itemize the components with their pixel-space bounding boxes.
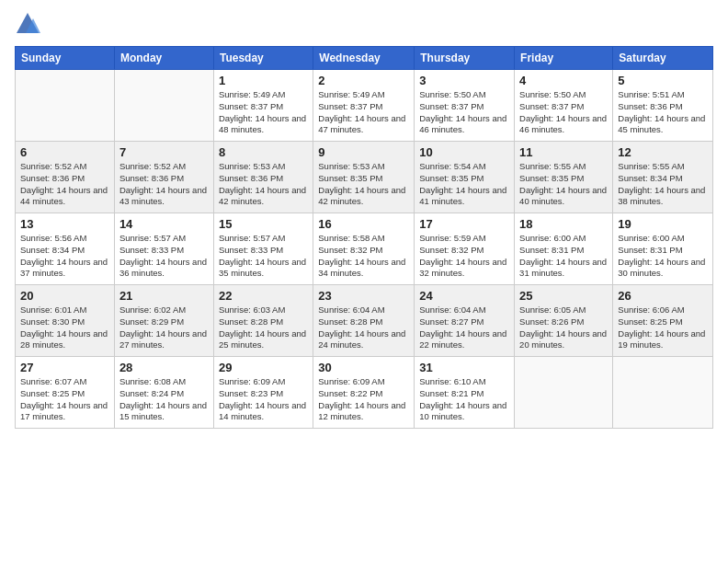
day-info: Sunrise: 5:49 AM Sunset: 8:37 PM Dayligh… — [318, 89, 409, 136]
day-number: 11 — [519, 145, 608, 159]
calendar-cell — [16, 70, 115, 142]
calendar-cell — [515, 357, 613, 429]
logo-icon — [15, 11, 40, 37]
day-info: Sunrise: 6:04 AM Sunset: 8:28 PM Dayligh… — [318, 304, 409, 351]
weekday-header-sunday: Sunday — [16, 47, 115, 70]
page-container: SundayMondayTuesdayWednesdayThursdayFrid… — [0, 0, 728, 436]
weekday-header-tuesday: Tuesday — [213, 47, 313, 70]
day-info: Sunrise: 6:01 AM Sunset: 8:30 PM Dayligh… — [20, 304, 109, 351]
day-info: Sunrise: 5:52 AM Sunset: 8:36 PM Dayligh… — [119, 161, 209, 208]
day-number: 19 — [618, 217, 708, 231]
calendar-week-3: 13Sunrise: 5:56 AM Sunset: 8:34 PM Dayli… — [16, 213, 713, 285]
calendar-week-5: 27Sunrise: 6:07 AM Sunset: 8:25 PM Dayli… — [16, 357, 713, 429]
day-number: 3 — [419, 74, 509, 87]
calendar-cell: 27Sunrise: 6:07 AM Sunset: 8:25 PM Dayli… — [16, 357, 115, 429]
calendar-cell: 7Sunrise: 5:52 AM Sunset: 8:36 PM Daylig… — [114, 142, 213, 213]
day-info: Sunrise: 6:08 AM Sunset: 8:24 PM Dayligh… — [119, 376, 209, 423]
calendar-cell: 6Sunrise: 5:52 AM Sunset: 8:36 PM Daylig… — [16, 142, 115, 213]
calendar-week-1: 1Sunrise: 5:49 AM Sunset: 8:37 PM Daylig… — [16, 70, 713, 142]
calendar-cell — [114, 70, 213, 142]
day-info: Sunrise: 6:06 AM Sunset: 8:25 PM Dayligh… — [618, 304, 708, 351]
logo — [15, 11, 44, 37]
day-number: 12 — [618, 145, 708, 159]
day-info: Sunrise: 6:05 AM Sunset: 8:26 PM Dayligh… — [519, 304, 608, 351]
weekday-header-wednesday: Wednesday — [313, 47, 415, 70]
calendar-cell: 21Sunrise: 6:02 AM Sunset: 8:29 PM Dayli… — [114, 285, 213, 357]
day-number: 18 — [519, 217, 608, 231]
calendar-table: SundayMondayTuesdayWednesdayThursdayFrid… — [15, 46, 713, 429]
day-number: 29 — [219, 361, 308, 374]
day-number: 15 — [219, 217, 308, 231]
calendar-week-2: 6Sunrise: 5:52 AM Sunset: 8:36 PM Daylig… — [16, 142, 713, 213]
calendar-cell: 2Sunrise: 5:49 AM Sunset: 8:37 PM Daylig… — [313, 70, 415, 142]
day-number: 30 — [318, 361, 409, 374]
day-info: Sunrise: 5:50 AM Sunset: 8:37 PM Dayligh… — [519, 89, 608, 136]
weekday-header-monday: Monday — [114, 47, 213, 70]
calendar-cell: 1Sunrise: 5:49 AM Sunset: 8:37 PM Daylig… — [213, 70, 313, 142]
day-info: Sunrise: 5:53 AM Sunset: 8:36 PM Dayligh… — [219, 161, 308, 208]
day-number: 28 — [119, 361, 209, 374]
calendar-cell: 23Sunrise: 6:04 AM Sunset: 8:28 PM Dayli… — [313, 285, 415, 357]
day-number: 17 — [419, 217, 509, 231]
calendar-cell: 28Sunrise: 6:08 AM Sunset: 8:24 PM Dayli… — [114, 357, 213, 429]
calendar-cell: 11Sunrise: 5:55 AM Sunset: 8:35 PM Dayli… — [515, 142, 613, 213]
day-info: Sunrise: 6:00 AM Sunset: 8:31 PM Dayligh… — [519, 233, 608, 280]
calendar-cell: 22Sunrise: 6:03 AM Sunset: 8:28 PM Dayli… — [213, 285, 313, 357]
day-number: 26 — [618, 289, 708, 303]
weekday-header-row: SundayMondayTuesdayWednesdayThursdayFrid… — [16, 47, 713, 70]
day-info: Sunrise: 5:58 AM Sunset: 8:32 PM Dayligh… — [318, 233, 409, 280]
day-info: Sunrise: 5:56 AM Sunset: 8:34 PM Dayligh… — [20, 233, 109, 280]
day-number: 7 — [119, 145, 209, 159]
calendar-week-4: 20Sunrise: 6:01 AM Sunset: 8:30 PM Dayli… — [16, 285, 713, 357]
calendar-cell: 29Sunrise: 6:09 AM Sunset: 8:23 PM Dayli… — [213, 357, 313, 429]
calendar-cell: 26Sunrise: 6:06 AM Sunset: 8:25 PM Dayli… — [613, 285, 713, 357]
calendar-cell: 12Sunrise: 5:55 AM Sunset: 8:34 PM Dayli… — [613, 142, 713, 213]
day-info: Sunrise: 5:57 AM Sunset: 8:33 PM Dayligh… — [119, 233, 209, 280]
day-info: Sunrise: 6:04 AM Sunset: 8:27 PM Dayligh… — [419, 304, 509, 351]
day-info: Sunrise: 5:59 AM Sunset: 8:32 PM Dayligh… — [419, 233, 509, 280]
day-info: Sunrise: 5:53 AM Sunset: 8:35 PM Dayligh… — [318, 161, 409, 208]
day-number: 20 — [20, 289, 109, 303]
day-info: Sunrise: 6:10 AM Sunset: 8:21 PM Dayligh… — [419, 376, 509, 423]
calendar-cell: 18Sunrise: 6:00 AM Sunset: 8:31 PM Dayli… — [515, 213, 613, 285]
calendar-cell: 9Sunrise: 5:53 AM Sunset: 8:35 PM Daylig… — [313, 142, 415, 213]
calendar-cell: 5Sunrise: 5:51 AM Sunset: 8:36 PM Daylig… — [613, 70, 713, 142]
calendar-cell — [613, 357, 713, 429]
day-number: 4 — [519, 74, 608, 87]
calendar-cell: 25Sunrise: 6:05 AM Sunset: 8:26 PM Dayli… — [515, 285, 613, 357]
weekday-header-friday: Friday — [515, 47, 613, 70]
day-number: 23 — [318, 289, 409, 303]
day-number: 24 — [419, 289, 509, 303]
day-info: Sunrise: 5:57 AM Sunset: 8:33 PM Dayligh… — [219, 233, 308, 280]
day-info: Sunrise: 5:55 AM Sunset: 8:34 PM Dayligh… — [618, 161, 708, 208]
calendar-cell: 3Sunrise: 5:50 AM Sunset: 8:37 PM Daylig… — [415, 70, 515, 142]
calendar-cell: 14Sunrise: 5:57 AM Sunset: 8:33 PM Dayli… — [114, 213, 213, 285]
day-number: 8 — [219, 145, 308, 159]
header — [15, 11, 713, 37]
day-info: Sunrise: 5:54 AM Sunset: 8:35 PM Dayligh… — [419, 161, 509, 208]
day-number: 22 — [219, 289, 308, 303]
calendar-cell: 10Sunrise: 5:54 AM Sunset: 8:35 PM Dayli… — [415, 142, 515, 213]
calendar-cell: 30Sunrise: 6:09 AM Sunset: 8:22 PM Dayli… — [313, 357, 415, 429]
day-info: Sunrise: 6:07 AM Sunset: 8:25 PM Dayligh… — [20, 376, 109, 423]
day-number: 10 — [419, 145, 509, 159]
day-info: Sunrise: 6:03 AM Sunset: 8:28 PM Dayligh… — [219, 304, 308, 351]
day-info: Sunrise: 6:02 AM Sunset: 8:29 PM Dayligh… — [119, 304, 209, 351]
day-info: Sunrise: 5:50 AM Sunset: 8:37 PM Dayligh… — [419, 89, 509, 136]
calendar-cell: 15Sunrise: 5:57 AM Sunset: 8:33 PM Dayli… — [213, 213, 313, 285]
day-number: 27 — [20, 361, 109, 374]
day-info: Sunrise: 5:51 AM Sunset: 8:36 PM Dayligh… — [618, 89, 708, 136]
day-number: 1 — [219, 74, 308, 87]
day-info: Sunrise: 6:00 AM Sunset: 8:31 PM Dayligh… — [618, 233, 708, 280]
day-info: Sunrise: 5:49 AM Sunset: 8:37 PM Dayligh… — [219, 89, 308, 136]
weekday-header-thursday: Thursday — [415, 47, 515, 70]
day-number: 16 — [318, 217, 409, 231]
day-number: 21 — [119, 289, 209, 303]
calendar-cell: 24Sunrise: 6:04 AM Sunset: 8:27 PM Dayli… — [415, 285, 515, 357]
weekday-header-saturday: Saturday — [613, 47, 713, 70]
day-info: Sunrise: 6:09 AM Sunset: 8:23 PM Dayligh… — [219, 376, 308, 423]
day-number: 6 — [20, 145, 109, 159]
day-number: 5 — [618, 74, 708, 87]
calendar-cell: 16Sunrise: 5:58 AM Sunset: 8:32 PM Dayli… — [313, 213, 415, 285]
calendar-cell: 20Sunrise: 6:01 AM Sunset: 8:30 PM Dayli… — [16, 285, 115, 357]
